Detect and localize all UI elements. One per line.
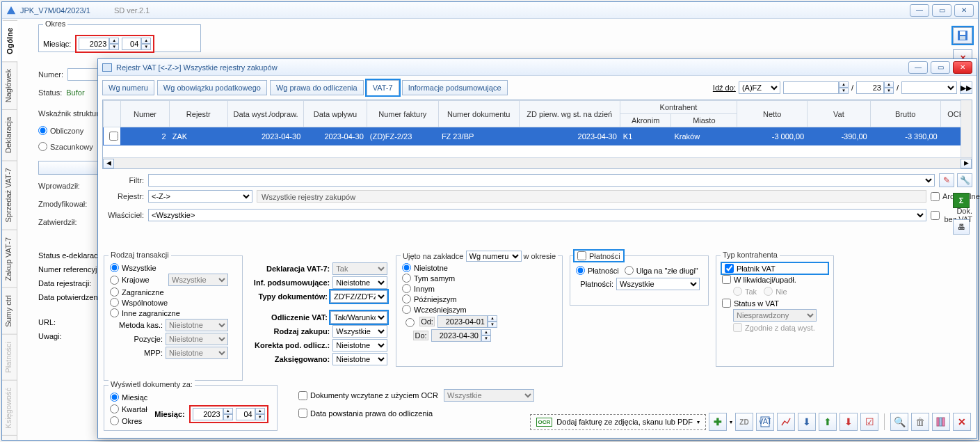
platnik-vat-checkbox[interactable]: Płatnik VAT: [722, 263, 828, 274]
front-minimize-button[interactable]: —: [908, 61, 928, 74]
zd-button[interactable]: ZD: [735, 413, 753, 431]
ujeto-date-radio[interactable]: [405, 318, 415, 327]
mpp-select[interactable]: Nieistotne: [166, 347, 228, 359]
tab-vat7[interactable]: VAT-7: [367, 80, 399, 95]
close-front-icon[interactable]: ✕: [953, 413, 971, 431]
ujeto-wczesniejszym-radio[interactable]: Wcześniejszym: [402, 305, 556, 314]
inf-pods-select[interactable]: Nieistotne: [332, 276, 387, 289]
vtab-ksiegowosc[interactable]: Księgowość: [2, 380, 17, 436]
ocr-select[interactable]: Wszystkie: [444, 389, 534, 402]
vtab-sumy[interactable]: Sumy ctrl: [2, 287, 17, 334]
grid-hscrollbar[interactable]: ◀ ▶: [103, 157, 972, 168]
rodzaj-wszystkie-radio[interactable]: Wszystkie: [110, 263, 236, 272]
year-input[interactable]: [79, 38, 109, 50]
rejestr-select[interactable]: <-Z->: [148, 190, 252, 203]
ujeto-tym-radio[interactable]: Tym samym: [402, 274, 556, 283]
idzdo-num-spinner[interactable]: ▲▼: [856, 81, 894, 94]
col-data-wyst[interactable]: Data wyst./odpraw.: [227, 101, 303, 127]
save-icon[interactable]: [953, 27, 972, 44]
col-netto[interactable]: Netto: [737, 101, 808, 127]
vtab-sprzedaz[interactable]: Sprzedaż VAT-7: [2, 160, 17, 229]
vtab-ogolne[interactable]: Ogólne: [2, 20, 17, 61]
close-button[interactable]: ✕: [954, 4, 974, 17]
dekl-v7-select[interactable]: Tak: [332, 262, 387, 275]
col-nr-dok[interactable]: Numer dokumentu: [438, 101, 519, 127]
vat-doc-icon[interactable]: VAT: [756, 413, 774, 431]
year-spinner[interactable]: ▲▼: [79, 38, 119, 50]
tab-wg-obowiazku[interactable]: Wg obowiązku podatkowego: [157, 80, 267, 95]
minimize-button[interactable]: —: [910, 4, 929, 17]
ujeto-tab-select[interactable]: Wg numeru: [466, 251, 522, 262]
sigma-button[interactable]: Σ: [953, 193, 970, 208]
ujeto-innym-radio[interactable]: Innym: [402, 284, 556, 293]
table-row[interactable]: 2 ZAK 2023-04-30 2023-04-30 (ZD)FZ-2/23 …: [104, 127, 972, 145]
vtab-naglowek[interactable]: Nagłówek: [2, 61, 17, 109]
rodzaj-wspolnotowe-radio[interactable]: Wspólnotowe: [110, 298, 236, 307]
col-akronim[interactable]: Akronim: [620, 114, 671, 127]
idzdo-empty-spinner[interactable]: ▲▼: [783, 81, 849, 94]
tab-wg-prawa[interactable]: Wg prawa do odliczenia: [270, 80, 364, 95]
month-input[interactable]: [122, 38, 141, 50]
rodzaj-zagraniczne-radio[interactable]: Zagraniczne: [110, 287, 236, 297]
year-down[interactable]: ▼: [109, 44, 119, 50]
vtab-zalaczniki[interactable]: Załączniki: [2, 435, 17, 442]
pozycje-select[interactable]: Nieistotne: [166, 333, 228, 345]
zaksiegowano-select[interactable]: Nieistotne: [332, 353, 387, 365]
col-brutto[interactable]: Brutto: [870, 101, 940, 127]
krajowe-select[interactable]: Wszystkie: [168, 274, 228, 286]
filtr-input[interactable]: [148, 174, 935, 187]
month-down[interactable]: ▼: [141, 44, 151, 50]
printer-button[interactable]: 🖶: [953, 219, 970, 235]
idzdo-select[interactable]: (A)FZ: [739, 81, 780, 94]
rodzaj-krajowe-radio[interactable]: Krajowe: [110, 276, 166, 285]
check-icon[interactable]: ☑: [860, 413, 878, 431]
col-check[interactable]: [104, 101, 121, 127]
col-nr-faktury[interactable]: Numer faktury: [367, 101, 438, 127]
month-spinner[interactable]: ▲▼: [122, 38, 151, 50]
add-dropdown-icon[interactable]: ▾: [730, 419, 732, 425]
ocr-checkbox[interactable]: Dokumenty wczytane z użyciem OCR: [298, 391, 438, 400]
row-checkbox[interactable]: [109, 132, 118, 141]
col-rejestr[interactable]: Rejestr: [169, 101, 227, 127]
add-button[interactable]: ✚: [709, 413, 727, 431]
metoda-select[interactable]: Nieistotne: [166, 319, 228, 331]
filter-clear-icon[interactable]: ✎: [939, 173, 954, 187]
col-data-wplywu[interactable]: Data wpływu: [304, 101, 367, 127]
maximize-button[interactable]: ▭: [932, 4, 951, 17]
idzdo-num-input[interactable]: [856, 81, 884, 94]
trash-icon[interactable]: 🗑: [911, 413, 929, 431]
vtab-platnosci[interactable]: Płatności: [2, 334, 17, 380]
scroll-right-icon[interactable]: ▶: [961, 159, 972, 168]
ujeto-pozniejszym-radio[interactable]: Późniejszym: [402, 294, 556, 303]
platnosci-radio[interactable]: Płatności: [576, 266, 619, 275]
status-vat-select[interactable]: Niesprawdzony: [733, 309, 817, 322]
export-up-icon[interactable]: ⬆: [819, 413, 837, 431]
import-red-icon[interactable]: ⬇: [840, 413, 858, 431]
odliczenie-select[interactable]: Tak/Warunkowo: [330, 311, 387, 324]
front-close-button[interactable]: ✕: [953, 61, 972, 74]
col-miasto[interactable]: Miasto: [671, 114, 737, 127]
do-date-spinner[interactable]: ▲▼: [431, 329, 491, 342]
front-maximize-button[interactable]: ▭: [931, 61, 950, 74]
tab-wg-numeru[interactable]: Wg numeru: [102, 80, 154, 95]
platnosci-checkbox[interactable]: Płatności: [577, 251, 620, 260]
od-date-spinner[interactable]: ▲▼: [437, 315, 497, 328]
korekta-select[interactable]: Nieistotne: [332, 339, 387, 352]
wlasciciel-select[interactable]: <Wszystkie>: [148, 209, 926, 221]
chart-icon[interactable]: [777, 413, 795, 431]
scroll-left-icon[interactable]: ◀: [103, 159, 114, 168]
idzdo-select2[interactable]: [901, 81, 957, 94]
status-vat-checkbox[interactable]: Status w VAT: [722, 299, 828, 308]
ujeto-nieistotne-radio[interactable]: Nieistotne: [402, 263, 556, 272]
magnify-icon[interactable]: 🔍: [890, 413, 908, 431]
tab-informacje[interactable]: Informacje podsumowujące: [402, 80, 508, 95]
dodaj-fakture-button[interactable]: OCR Dodaj fakturę ze zdjęcia, skanu lub …: [530, 414, 706, 430]
col-zd[interactable]: ZD pierw. wg st. na dzień: [519, 101, 620, 127]
col-kontrahent[interactable]: Kontrahent: [620, 101, 737, 114]
filter-tool-icon[interactable]: 🔧: [957, 173, 972, 187]
vtab-zakup[interactable]: Zakup VAT-7: [2, 230, 17, 288]
wysw-miesiac-radio[interactable]: Miesiąc: [110, 393, 147, 402]
year-up[interactable]: ▲: [109, 38, 119, 44]
ulga-radio[interactable]: Ulga na "złe długi": [625, 266, 698, 275]
col-numer[interactable]: Numer: [121, 101, 169, 127]
